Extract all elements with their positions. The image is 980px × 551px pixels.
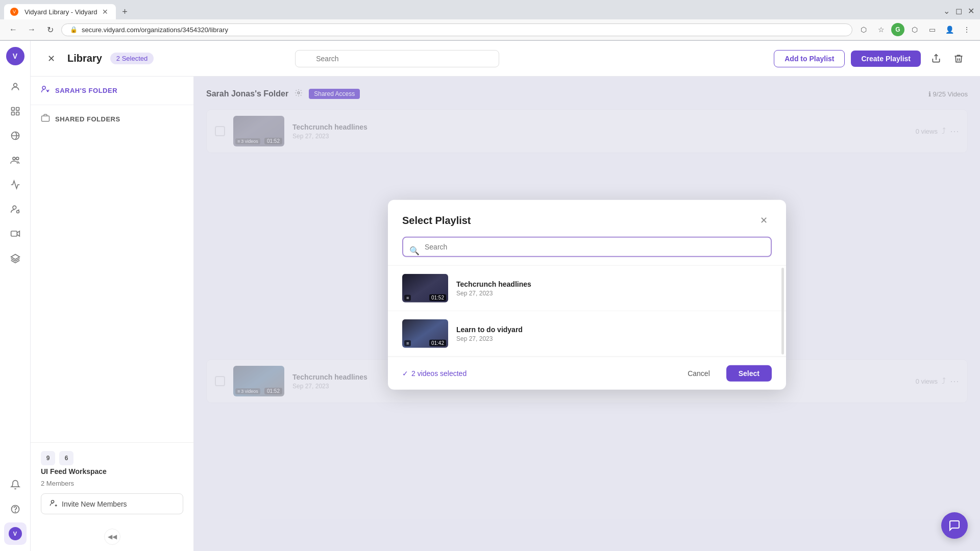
- folder-icon: [41, 85, 50, 96]
- active-tab[interactable]: V Vidyard Library - Vidyard ✕: [4, 4, 116, 19]
- add-to-playlist-button[interactable]: Add to Playlist: [774, 50, 845, 67]
- share-icon[interactable]: ⬡: [856, 22, 871, 37]
- url-text: secure.vidyard.com/organizations/3454320…: [82, 26, 228, 34]
- share-action-icon[interactable]: [927, 49, 945, 68]
- bookmark-icon[interactable]: ☆: [874, 22, 888, 37]
- top-bar-icon-group: [927, 49, 968, 68]
- sidebar-toggle-icon[interactable]: ▭: [925, 22, 939, 37]
- selected-count-badge: 2 Selected: [110, 53, 154, 64]
- cancel-button[interactable]: Cancel: [677, 365, 720, 382]
- search-area: 🔍: [295, 50, 499, 67]
- sidebar-item-help[interactable]: [4, 498, 27, 520]
- modal-close-button[interactable]: ✕: [755, 212, 772, 229]
- search-wrapper: 🔍: [295, 50, 499, 67]
- sidebar-item-library[interactable]: [4, 100, 27, 122]
- sarahs-folder-header[interactable]: SARAH'S FOLDER: [41, 85, 183, 96]
- modal-search-input[interactable]: [402, 237, 772, 257]
- close-selection-button[interactable]: ✕: [43, 51, 59, 67]
- playlist-name-1: Techcrunch headlines: [456, 280, 772, 288]
- playlist-thumb-1: 01:52 ≡: [402, 274, 448, 303]
- workspace-section: 9 6 UI Feed Workspace 2 Members Invite N…: [31, 442, 193, 522]
- tab-bar: V Vidyard Library - Vidyard ✕ + ⌄ ◻ ✕: [0, 0, 980, 19]
- browser-chrome: V Vidyard Library - Vidyard ✕ + ⌄ ◻ ✕ ← …: [0, 0, 980, 41]
- playlist-item-1[interactable]: 01:52 ≡ Techcrunch headlines Sep 27, 202…: [388, 266, 786, 311]
- close-window-button[interactable]: ✕: [966, 6, 976, 16]
- playlist-date-1: Sep 27, 2023: [456, 289, 772, 296]
- sidebar-item-notifications[interactable]: [4, 473, 27, 496]
- search-input[interactable]: [295, 50, 499, 67]
- svg-point-7: [16, 157, 18, 160]
- tab-close-button[interactable]: ✕: [101, 7, 110, 16]
- shared-icon: [41, 113, 50, 125]
- sarahs-folder-section: SARAH'S FOLDER: [31, 77, 193, 105]
- library-title: Library: [67, 53, 102, 64]
- selected-videos-count: ✓ 2 videos selected: [402, 369, 467, 378]
- sidebar-item-profile[interactable]: [4, 76, 27, 98]
- collapse-panel-area: ◀◀: [31, 522, 193, 551]
- playlist-indicator-2: ≡: [404, 340, 411, 346]
- menu-icon[interactable]: ⋮: [960, 22, 974, 37]
- app-container: V V: [0, 41, 980, 551]
- playlist-info-1: Techcrunch headlines Sep 27, 2023: [456, 280, 772, 296]
- sidebar-item-settings-user[interactable]: [4, 198, 27, 220]
- playlist-date-2: Sep 27, 2023: [456, 335, 772, 342]
- window-controls: ⌄ ◻ ✕: [941, 6, 976, 18]
- modal-playlist-list: 01:52 ≡ Techcrunch headlines Sep 27, 202…: [388, 265, 786, 357]
- svg-point-14: [42, 86, 45, 89]
- sidebar-item-analytics[interactable]: [4, 173, 27, 196]
- lock-icon: 🔒: [70, 26, 78, 33]
- profile-avatar[interactable]: G: [891, 23, 904, 36]
- sidebar-icons: V V: [0, 41, 31, 551]
- svg-rect-3: [11, 112, 14, 115]
- vidyard-logo[interactable]: V: [6, 47, 24, 65]
- modal-scrollbar[interactable]: [781, 268, 784, 355]
- address-bar[interactable]: 🔒 secure.vidyard.com/organizations/34543…: [61, 23, 852, 36]
- profile-icon[interactable]: 👤: [942, 22, 957, 37]
- workspace-num2: 6: [59, 451, 74, 465]
- playlist-duration-2: 01:42: [429, 340, 446, 346]
- sidebar-item-globe[interactable]: [4, 124, 27, 147]
- sidebar-item-learn[interactable]: [4, 247, 27, 269]
- svg-rect-10: [11, 231, 17, 236]
- delete-icon[interactable]: [949, 49, 968, 68]
- new-tab-button[interactable]: +: [118, 5, 132, 19]
- tab-favicon: V: [10, 8, 18, 16]
- shared-folders-section: SHARED FOLDERS: [31, 105, 193, 133]
- invite-label: Invite New Members: [62, 500, 127, 508]
- sidebar-item-video[interactable]: [4, 222, 27, 245]
- sarahs-folder-label: SARAH'S FOLDER: [55, 87, 117, 94]
- right-panel: Sarah Jonas's Folder Shared Access ℹ 9/2…: [194, 77, 980, 551]
- playlist-item-2[interactable]: 01:42 ≡ Learn to do vidyard Sep 27, 2023: [388, 311, 786, 357]
- extensions-icon[interactable]: ⬡: [908, 22, 922, 37]
- invite-icon: [50, 499, 58, 509]
- svg-rect-4: [16, 112, 19, 115]
- svg-rect-15: [42, 116, 50, 121]
- workspace-numbers: 9 6: [41, 451, 183, 465]
- forward-button[interactable]: →: [24, 22, 39, 37]
- modal-search-wrap: 🔍: [388, 237, 786, 265]
- playlist-duration-1: 01:52: [429, 294, 446, 301]
- top-bar: ✕ Library 2 Selected 🔍 Add to Playlist C…: [31, 41, 980, 77]
- refresh-button[interactable]: ↻: [43, 22, 57, 37]
- minimize-button[interactable]: ⌄: [941, 6, 951, 16]
- sidebar-item-team[interactable]: [4, 149, 27, 171]
- modal-title: Select Playlist: [402, 214, 471, 226]
- shared-folders-label: SHARED FOLDERS: [55, 115, 120, 123]
- back-button[interactable]: ←: [6, 22, 20, 37]
- invite-new-members-button[interactable]: Invite New Members: [41, 493, 183, 514]
- playlist-indicator-1: ≡: [404, 295, 411, 301]
- shared-folders-header[interactable]: SHARED FOLDERS: [41, 113, 183, 125]
- create-playlist-button[interactable]: Create Playlist: [851, 51, 921, 67]
- workspace-num1: 9: [41, 451, 55, 465]
- maximize-button[interactable]: ◻: [953, 6, 964, 16]
- svg-point-9: [16, 211, 19, 213]
- chat-button[interactable]: [941, 512, 968, 539]
- select-button[interactable]: Select: [726, 365, 772, 382]
- svg-point-8: [13, 206, 16, 209]
- modal-header: Select Playlist ✕: [388, 200, 786, 237]
- collapse-panel-button[interactable]: ◀◀: [104, 529, 120, 545]
- sidebar-item-account[interactable]: V: [4, 522, 27, 545]
- main-content: ✕ Library 2 Selected 🔍 Add to Playlist C…: [31, 41, 980, 551]
- svg-rect-2: [16, 108, 19, 111]
- playlist-info-2: Learn to do vidyard Sep 27, 2023: [456, 325, 772, 342]
